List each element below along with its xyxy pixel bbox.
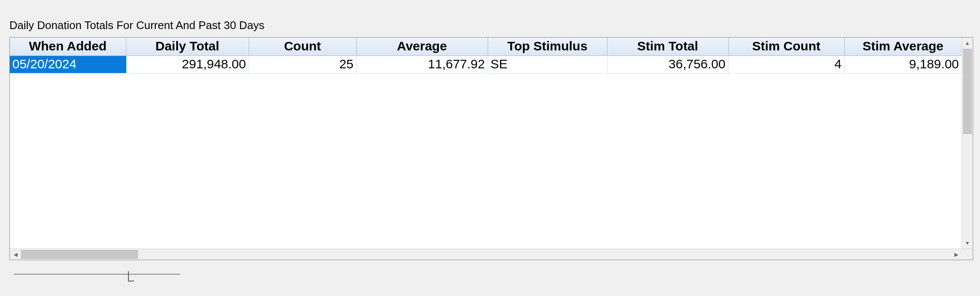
col-header-stim-total[interactable]: Stim Total bbox=[607, 38, 728, 56]
scroll-up-button[interactable]: ▲ bbox=[962, 38, 973, 49]
cell-average[interactable]: 11,677.92 bbox=[356, 56, 488, 73]
slider-track bbox=[14, 274, 180, 275]
slider-thumb[interactable] bbox=[128, 271, 134, 281]
scroll-left-button[interactable]: ◀ bbox=[10, 249, 21, 260]
horizontal-scrollbar[interactable]: ◀ ▶ bbox=[10, 249, 973, 260]
chevron-up-icon: ▲ bbox=[965, 40, 970, 46]
horizontal-scroll-thumb[interactable] bbox=[21, 250, 138, 259]
table-row[interactable]: 05/20/2024 291,948.00 25 11,677.92 SE 36… bbox=[10, 56, 962, 73]
scrollbar-corner bbox=[962, 249, 973, 260]
cell-count[interactable]: 25 bbox=[249, 56, 356, 73]
col-header-top-stimulus[interactable]: Top Stimulus bbox=[488, 38, 607, 56]
col-header-average[interactable]: Average bbox=[356, 38, 488, 56]
data-grid: When Added Daily Total Count Average Top… bbox=[9, 37, 973, 260]
col-header-when-added[interactable]: When Added bbox=[10, 38, 126, 56]
vertical-scroll-thumb[interactable] bbox=[963, 49, 972, 134]
col-header-count[interactable]: Count bbox=[249, 38, 356, 56]
grid-body[interactable]: When Added Daily Total Count Average Top… bbox=[10, 38, 962, 249]
col-header-stim-average[interactable]: Stim Average bbox=[844, 38, 962, 56]
scroll-right-button[interactable]: ▶ bbox=[951, 249, 962, 260]
chevron-down-icon: ▼ bbox=[965, 240, 970, 246]
zoom-slider[interactable] bbox=[14, 268, 180, 281]
horizontal-scroll-track[interactable] bbox=[21, 249, 951, 260]
vertical-scroll-track[interactable] bbox=[962, 49, 973, 237]
cell-stim-count[interactable]: 4 bbox=[728, 56, 844, 73]
header-row: When Added Daily Total Count Average Top… bbox=[10, 38, 962, 56]
section-title: Daily Donation Totals For Current And Pa… bbox=[9, 19, 971, 32]
cell-daily-total[interactable]: 291,948.00 bbox=[126, 56, 249, 73]
cell-top-stimulus[interactable]: SE bbox=[488, 56, 607, 73]
cell-when-added[interactable]: 05/20/2024 bbox=[10, 56, 126, 73]
col-header-daily-total[interactable]: Daily Total bbox=[126, 38, 249, 56]
chevron-right-icon: ▶ bbox=[954, 252, 958, 258]
cell-stim-total[interactable]: 36,756.00 bbox=[607, 56, 728, 73]
col-header-stim-count[interactable]: Stim Count bbox=[728, 38, 844, 56]
vertical-scrollbar[interactable]: ▲ ▼ bbox=[962, 38, 973, 249]
chevron-left-icon: ◀ bbox=[14, 252, 17, 258]
scroll-down-button[interactable]: ▼ bbox=[962, 237, 973, 249]
cell-stim-average[interactable]: 9,189.00 bbox=[844, 56, 962, 73]
